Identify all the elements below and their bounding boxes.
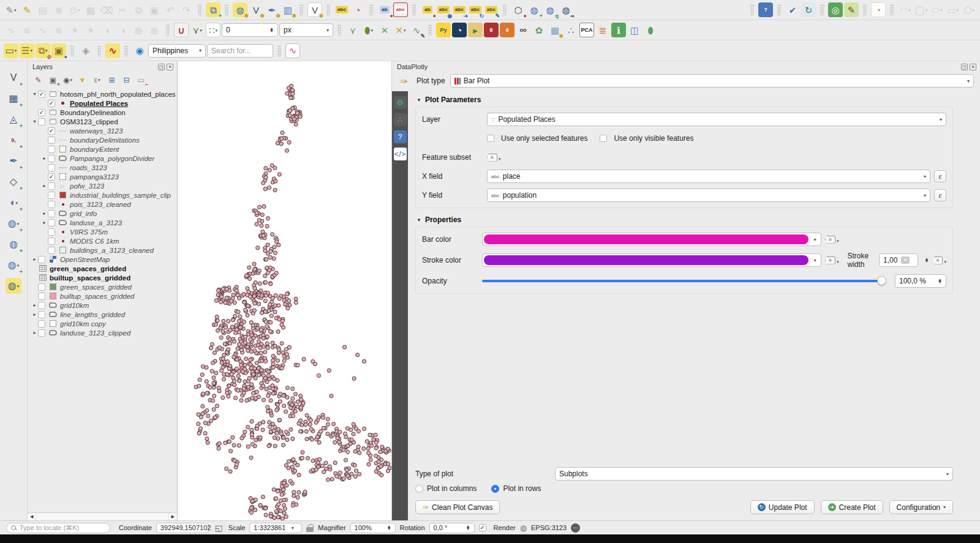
layer-visibility-checkbox[interactable]: [38, 329, 45, 337]
layer-combo[interactable]: ∵ Populated Places ▾: [487, 113, 946, 126]
expander-icon[interactable]: ▾: [31, 91, 38, 97]
temporal-controller-icon[interactable]: ◔: [452, 23, 467, 37]
layer-tree-item[interactable]: waterways_3123: [30, 126, 177, 135]
new-shapefile-layer-icon[interactable]: V✱: [249, 2, 263, 17]
zoom-to-layer-icon[interactable]: ◎: [828, 2, 843, 17]
layer-tree-item[interactable]: ▾OSM3123_clipped: [30, 117, 177, 126]
layer-tree-item[interactable]: MODIS C6 1km: [30, 236, 177, 245]
dataplotly-toggle-icon[interactable]: ∿: [285, 43, 300, 58]
magnifier-spin[interactable]: 100% ▲▼: [350, 523, 396, 533]
layer-visibility-checkbox[interactable]: [48, 238, 55, 245]
dp-settings-tab[interactable]: ⚙: [394, 96, 407, 109]
messages-icon[interactable]: ⋯: [571, 523, 580, 533]
geometry-checker-icon[interactable]: ✔: [785, 2, 800, 17]
layer-tree-item[interactable]: boundaryExtent: [30, 144, 177, 154]
layer-visibility-checkbox[interactable]: [48, 182, 55, 190]
use-visible-checkbox[interactable]: [600, 135, 607, 142]
expander-icon[interactable]: ▸: [31, 257, 38, 262]
close-panel-icon[interactable]: ✕: [167, 64, 173, 70]
layer-tree-item[interactable]: ▸Pampanga_polygonDivider: [30, 154, 177, 163]
filter-legend-icon[interactable]: ▼: [77, 74, 88, 86]
clean-plot-canvas-button[interactable]: ✑ Clean Plot Canvas: [415, 500, 500, 514]
opacity-stepper[interactable]: ▲▼: [938, 279, 942, 283]
layer-visibility-checkbox[interactable]: [38, 302, 45, 309]
tracing-icon[interactable]: ⋎▾: [190, 23, 205, 37]
configuration-button[interactable]: Configuration ▾: [889, 500, 953, 514]
select-within-icon[interactable]: ▣●: [51, 43, 66, 58]
layer-visibility-checkbox[interactable]: [48, 247, 55, 254]
add-spatialite-layer-icon[interactable]: ✒+: [6, 153, 21, 169]
rotation-stepper[interactable]: ▲▼: [466, 525, 470, 530]
layer-tree-item[interactable]: boundaryDelimitations: [30, 135, 177, 144]
add-wfs-layer-icon[interactable]: ◍+▾: [6, 257, 21, 273]
layer-visibility-checkbox[interactable]: [38, 320, 45, 328]
bar-color-picker[interactable]: ▾: [482, 233, 821, 246]
node-tool-plugin-icon[interactable]: ◔: [871, 2, 886, 17]
select-by-value-icon[interactable]: ☰▾: [20, 43, 34, 58]
layer-visibility-checkbox[interactable]: [38, 283, 45, 291]
expander-icon[interactable]: ▸: [31, 302, 38, 308]
layer-tree-item[interactable]: ▸grid_info: [30, 209, 177, 218]
highlight-pinned-labels-icon[interactable]: abc: [393, 2, 408, 17]
snapping-icon[interactable]: ∪: [174, 23, 189, 37]
add-raster-layer-icon[interactable]: ▦+: [6, 91, 21, 107]
magnifier-stepper[interactable]: ▲▼: [387, 525, 391, 530]
scroll-track[interactable]: [36, 513, 168, 520]
layer-visibility-checkbox[interactable]: [48, 164, 55, 171]
layer-visibility-checkbox[interactable]: [48, 100, 55, 107]
dp-code-tab[interactable]: </>: [394, 148, 407, 160]
plot-type-combo[interactable]: Bar Plot ▾: [450, 74, 974, 88]
coordinate-field[interactable]: 392949,1507102: [156, 523, 209, 533]
add-group-icon[interactable]: ▣+: [47, 74, 59, 86]
plot-in-rows-radio[interactable]: [491, 485, 499, 493]
update-plot-button[interactable]: ↻ Update Plot: [750, 500, 815, 514]
locate-input[interactable]: [20, 524, 107, 531]
data-source-manager-icon[interactable]: ⧉+: [206, 2, 221, 17]
open-styling-panel-icon[interactable]: ✎: [32, 74, 44, 86]
layer-visibility-checkbox[interactable]: [38, 118, 45, 125]
y-field-combo[interactable]: abc population ▾: [487, 189, 930, 202]
layer-visibility-checkbox[interactable]: [38, 311, 45, 318]
identify-info-icon[interactable]: ℹ: [611, 23, 626, 37]
layer-visibility-checkbox[interactable]: [38, 256, 45, 263]
layer-tree-item[interactable]: green_spaces_gridded: [30, 282, 177, 291]
close-panel-icon[interactable]: ✕: [970, 64, 976, 70]
expander-icon[interactable]: ▸: [31, 330, 38, 335]
new-spatialite-layer-icon[interactable]: ✒✱: [265, 2, 279, 17]
layer-visibility-checkbox[interactable]: [48, 210, 55, 217]
geocoder-search-input[interactable]: [207, 44, 273, 58]
add-vector-layer-icon[interactable]: V+: [6, 70, 21, 86]
add-wms-layer-icon[interactable]: ◍+▾: [6, 215, 21, 231]
geocoder-country-combo[interactable]: Philippines▾: [148, 44, 206, 58]
create-plot-button[interactable]: ➔ Create Plot: [821, 500, 883, 514]
plot-in-columns-radio[interactable]: [415, 485, 423, 493]
layer-tree-item[interactable]: ▸OpenStreetMap: [30, 255, 177, 264]
move-label-icon[interactable]: ab●: [420, 2, 435, 17]
filter-expression-icon[interactable]: ε▾: [91, 74, 103, 86]
dp-help-tab[interactable]: ?: [394, 130, 407, 143]
layer-tree-item[interactable]: buildings_a_3123_cleaned: [30, 245, 177, 255]
polygon-divider-icon[interactable]: ⬮: [643, 23, 658, 37]
osm-place-search-icon[interactable]: ◍∞: [559, 2, 573, 17]
layers-hscrollbar[interactable]: ◀ ▶: [28, 512, 177, 520]
web-coverage-search-icon[interactable]: ◍q: [543, 2, 557, 17]
x-expression-button[interactable]: ε: [934, 170, 946, 182]
y-expression-button[interactable]: ε: [934, 189, 946, 201]
layer-tree-item[interactable]: ▸grid10km: [30, 301, 177, 310]
polygon-vertices-icon[interactable]: ⬡●: [511, 2, 526, 17]
layer-tree-item[interactable]: ▸:·pofw_3123: [30, 181, 177, 190]
metasearch-catalog-icon[interactable]: ◍+: [527, 2, 541, 17]
classification-stack-icon[interactable]: ≣: [595, 23, 610, 37]
layer-tree-item[interactable]: ▾hotosm_phl_north_populated_places: [30, 89, 177, 99]
expander-icon[interactable]: ▾: [31, 119, 38, 124]
layer-tree-item[interactable]: industrial_buildings_sample_clip: [30, 190, 177, 200]
properties-section[interactable]: ▼ Properties: [417, 215, 953, 224]
opacity-input[interactable]: 100,0 % ▲▼: [895, 274, 946, 288]
open-project-folder-icon[interactable]: ▸: [468, 23, 483, 37]
clear-value-icon[interactable]: ✕: [901, 257, 910, 264]
scale-combo[interactable]: 1:3323861 ▼: [249, 523, 302, 533]
layer-tree-item[interactable]: roads_3123: [30, 163, 177, 172]
add-delimited-text-icon[interactable]: 9,+: [6, 132, 21, 148]
scroll-right-icon[interactable]: ▶: [169, 514, 177, 519]
tracing-offset-icon[interactable]: ∿✎: [409, 23, 424, 37]
